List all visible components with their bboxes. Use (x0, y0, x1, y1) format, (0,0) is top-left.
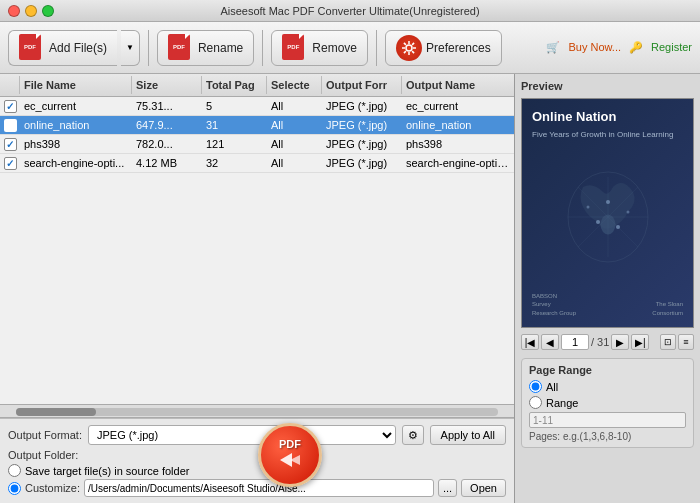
chevron-down-icon: ▼ (126, 43, 134, 52)
close-button[interactable] (8, 5, 20, 17)
table-row[interactable]: ec_current 75.31... 5 All JPEG (*.jpg) e… (0, 97, 514, 116)
scroll-track (16, 408, 498, 416)
apply-to-all-button[interactable]: Apply to All (430, 425, 506, 445)
checkbox-2[interactable] (4, 138, 17, 151)
row-checkbox-2[interactable] (0, 136, 20, 153)
cell-name-0: ec_current (20, 97, 132, 115)
all-radio[interactable] (529, 380, 542, 393)
cell-format-0: JPEG (*.jpg) (322, 97, 402, 115)
col-pages: Total Pag (202, 76, 267, 94)
svg-point-16 (616, 225, 620, 229)
fit-page-button[interactable]: ⊡ (660, 334, 676, 350)
add-pdf-icon: PDF (19, 34, 45, 62)
minimize-button[interactable] (25, 5, 37, 17)
divider-3 (376, 30, 377, 66)
cell-name-2: phs398 (20, 135, 132, 153)
preview-label: Preview (521, 80, 694, 92)
divider-2 (262, 30, 263, 66)
book-map (532, 146, 683, 288)
range-radio-row: Range (529, 396, 686, 409)
cell-size-0: 75.31... (132, 97, 202, 115)
next-page-button[interactable]: ▶ (611, 334, 629, 350)
add-files-button[interactable]: PDF Add File(s) (8, 30, 117, 66)
row-checkbox-1[interactable] (0, 117, 20, 134)
range-input[interactable] (529, 412, 686, 428)
cart-icon: 🛒 (546, 41, 560, 54)
row-checkbox-0[interactable] (0, 98, 20, 115)
cell-size-2: 782.0... (132, 135, 202, 153)
book-subtitle: Five Years of Growth in Online Learning (532, 130, 683, 140)
first-page-button[interactable]: |◀ (521, 334, 539, 350)
page-number-input[interactable] (561, 334, 589, 350)
col-output: Output Name (402, 76, 514, 94)
toolbar: PDF Add File(s) ▼ PDF Rename PDF Remove (0, 22, 700, 74)
row-checkbox-3[interactable] (0, 155, 20, 172)
convert-button-area: PDF (258, 423, 322, 487)
checkbox-1[interactable] (4, 119, 17, 132)
cell-format-1: JPEG (*.jpg) (322, 116, 402, 134)
rename-button[interactable]: PDF Rename (157, 30, 254, 66)
nav-icons: ⊡ ≡ (660, 334, 694, 350)
table-header: File Name Size Total Pag Selecte Output … (0, 74, 514, 97)
book-title: Online Nation (532, 109, 683, 126)
browse-button[interactable]: ... (438, 479, 457, 497)
customize-radio[interactable] (8, 482, 21, 495)
key-icon: 🔑 (629, 41, 643, 54)
svg-line-6 (412, 51, 414, 53)
page-nav: |◀ ◀ / 31 ▶ ▶| ⊡ ≡ (521, 334, 694, 350)
range-radio[interactable] (529, 396, 542, 409)
maximize-button[interactable] (42, 5, 54, 17)
last-page-button[interactable]: ▶| (631, 334, 649, 350)
cell-select-0: All (267, 97, 322, 115)
table-row[interactable]: search-engine-opti... 4.12 MB 32 All JPE… (0, 154, 514, 173)
remove-pdf-icon: PDF (282, 34, 308, 62)
cell-output-2: phs398 (402, 135, 514, 153)
col-format: Output Forr (322, 76, 402, 94)
cell-select-1: All (267, 116, 322, 134)
svg-point-17 (586, 206, 589, 209)
horizontal-scrollbar[interactable] (0, 404, 514, 418)
divider-1 (148, 30, 149, 66)
format-select[interactable]: JPEG (*.jpg) (88, 425, 396, 445)
format-settings-button[interactable]: ⚙ (402, 425, 424, 445)
col-size: Size (132, 76, 202, 94)
buy-now-link[interactable]: Buy Now... (568, 41, 621, 54)
checkbox-0[interactable] (4, 100, 17, 113)
svg-line-7 (412, 42, 414, 44)
cell-format-3: JPEG (*.jpg) (322, 154, 402, 172)
prev-page-button[interactable]: ◀ (541, 334, 559, 350)
customize-row: Customize: ... Open (8, 479, 506, 497)
cell-pages-3: 32 (202, 154, 267, 172)
bottom-wrapper: Output Format: JPEG (*.jpg) ⚙ Apply to A… (0, 418, 514, 503)
convert-button[interactable]: PDF (258, 423, 322, 487)
save-source-radio[interactable] (8, 464, 21, 477)
left-panel: File Name Size Total Pag Selecte Output … (0, 74, 515, 503)
rename-pdf-icon: PDF (168, 34, 194, 62)
preferences-button[interactable]: Preferences (385, 30, 502, 66)
svg-point-15 (596, 220, 600, 224)
remove-button[interactable]: PDF Remove (271, 30, 368, 66)
table-row[interactable]: phs398 782.0... 121 All JPEG (*.jpg) phs… (0, 135, 514, 154)
titlebar: Aiseesoft Mac PDF Converter Ultimate(Unr… (0, 0, 700, 22)
zoom-button[interactable]: ≡ (678, 334, 694, 350)
bottom-controls: Output Format: JPEG (*.jpg) ⚙ Apply to A… (0, 418, 514, 503)
window-title: Aiseesoft Mac PDF Converter Ultimate(Unr… (220, 5, 479, 17)
cell-size-1: 647.9... (132, 116, 202, 134)
preferences-label: Preferences (426, 41, 491, 55)
scroll-thumb[interactable] (16, 408, 96, 416)
cell-output-3: search-engine-optimizati... (402, 154, 514, 172)
add-files-label: Add File(s) (49, 41, 107, 55)
window-controls (8, 5, 54, 17)
register-link[interactable]: Register (651, 41, 692, 54)
add-files-dropdown[interactable]: ▼ (121, 30, 140, 66)
range-label: Range (546, 397, 578, 409)
checkbox-3[interactable] (4, 157, 17, 170)
pages-hint: Pages: e.g.(1,3,6,8-10) (529, 431, 686, 442)
open-button[interactable]: Open (461, 479, 506, 497)
toolbar-right: 🛒 Buy Now... 🔑 Register (546, 41, 692, 54)
cell-output-0: ec_current (402, 97, 514, 115)
cell-select-2: All (267, 135, 322, 153)
all-radio-row: All (529, 380, 686, 393)
output-format-label: Output Format: (8, 429, 82, 441)
table-row[interactable]: online_nation 647.9... 31 All JPEG (*.jp… (0, 116, 514, 135)
